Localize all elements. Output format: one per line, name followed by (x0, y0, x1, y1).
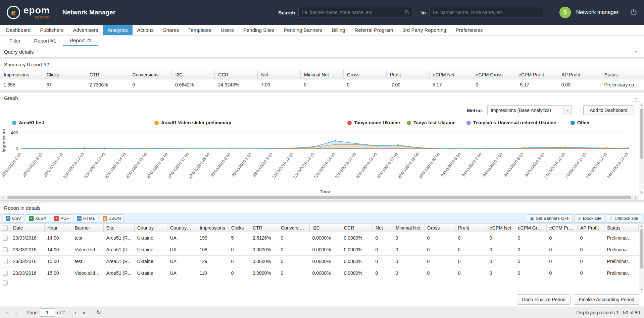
details-row[interactable]: 23/03/201614:00Video slide...Area51 (R..… (0, 244, 639, 256)
scroll-up-icon[interactable]: ▲ (640, 224, 643, 229)
export-json-button[interactable]: {}JSON (100, 214, 124, 222)
chevron-down-icon[interactable]: ▾ (563, 106, 572, 115)
row-checkbox[interactable] (3, 271, 8, 276)
details-col-ccr[interactable]: CCR (341, 224, 373, 232)
details-col-country[interactable]: Country (135, 224, 167, 232)
nav-tab-actions[interactable]: Actions (133, 25, 158, 35)
nav-tab-3rd-party-reporting[interactable]: 3rd Party Reporting (398, 25, 451, 35)
nav-tab-referral-program[interactable]: Referral Program (350, 25, 398, 35)
details-col-ecpm-gross[interactable]: eCPM Gross (515, 224, 547, 232)
row-checkbox[interactable] (3, 259, 8, 264)
details-col-date[interactable]: Date (10, 224, 45, 232)
details-row[interactable]: 23/03/201615:00Video slide...Area51 (R..… (0, 267, 639, 279)
details-col-net[interactable]: Net (373, 224, 393, 232)
scroll-down-icon[interactable]: ▼ (640, 287, 643, 292)
cell-net: 0 (373, 256, 393, 267)
details-col-ctr[interactable]: CTR (250, 224, 278, 232)
vertical-scroll-thumb[interactable] (640, 229, 643, 269)
records-info: Displaying records 1 - 50 of 80 (576, 310, 640, 315)
cell-gross: 0 (425, 244, 455, 256)
data-point (418, 147, 420, 149)
block-site-button[interactable]: ⊘Block site (575, 214, 605, 222)
page-number-input[interactable] (40, 308, 55, 317)
summary-cell-ecpm-gross: 0 (472, 79, 515, 90)
data-point (460, 148, 462, 149)
report-tab-report-2[interactable]: Report #2 (63, 36, 98, 46)
graph-collapse-button[interactable]: ▴ (632, 95, 640, 102)
scroll-right-icon[interactable]: ▸ (633, 196, 639, 199)
details-col-impressions[interactable]: Impressions (197, 224, 229, 232)
search-label: Search (278, 10, 295, 15)
main-nav: DashboardPublishersAdvertisersAnalyticsA… (0, 25, 644, 36)
nav-tab-users[interactable]: Users (216, 25, 239, 35)
details-col-gross[interactable]: Gross (425, 224, 455, 232)
details-col-ecpm-net[interactable]: eCPM Net (487, 224, 515, 232)
details-row[interactable]: 23/03/201614:00testArea51 (R...UkraineUA… (0, 232, 639, 244)
query-details-expand-button[interactable]: ▾ (632, 49, 640, 55)
next-page-icon[interactable]: › (72, 310, 79, 316)
nav-tab-analytics[interactable]: Analytics (103, 25, 132, 35)
last-page-icon[interactable]: » (81, 310, 87, 316)
report-tab-filter[interactable]: Filter (3, 36, 27, 46)
details-col-conversions[interactable]: Conversions (278, 224, 310, 232)
details-col-status[interactable]: Status (604, 224, 639, 232)
scroll-down-icon[interactable]: ▼ (640, 190, 643, 195)
legend-dot-icon (466, 121, 471, 125)
scroll-up-icon[interactable]: ▲ (640, 103, 643, 108)
nav-tab-shares[interactable]: Shares (158, 25, 184, 35)
cell-ctr: 0.0000% (250, 244, 278, 256)
add-to-dashboard-button[interactable]: Add to Dashboard (583, 105, 634, 115)
details-col-ap-profit[interactable]: AP Profit (578, 224, 604, 232)
nav-tab-preferences[interactable]: Preferences (451, 25, 488, 35)
set-banners-off-button[interactable]: ▣Set Banners OFF (527, 214, 573, 222)
cell-minimal-net: 0 (393, 267, 425, 279)
nav-tab-pending-banners[interactable]: Pending Banners (279, 25, 327, 35)
details-col-i2c[interactable]: I2C (310, 224, 341, 232)
details-col-ecpm-profit[interactable]: eCPM Profit (547, 224, 578, 232)
select-all-checkbox[interactable] (3, 226, 8, 231)
details-row[interactable]: 23/03/201615:00testArea51 (R...UkraineUA… (0, 256, 639, 267)
refresh-icon[interactable]: ↻ (96, 309, 101, 316)
first-page-icon[interactable]: « (4, 310, 11, 316)
details-col-minimal-net[interactable]: Minimal Net (393, 224, 425, 232)
epom-logo[interactable]: e epom ad server (7, 6, 50, 19)
unblock-site-button[interactable]: ✓Unblock site (606, 214, 641, 222)
nav-tab-billing[interactable]: Billing (327, 25, 350, 35)
nav-tab-dashboard[interactable]: Dashboard (1, 25, 35, 35)
search-input[interactable] (298, 7, 412, 18)
logout-power-icon[interactable] (630, 9, 637, 16)
horizontal-scroll-thumb[interactable] (7, 196, 631, 199)
scroll-left-icon[interactable]: ◂ (0, 196, 5, 199)
details-col-hour[interactable]: Hour (45, 224, 72, 232)
export-csv-button[interactable]: CCSV (3, 214, 24, 222)
details-col-banner[interactable]: Banner (72, 224, 104, 232)
previous-page-icon[interactable]: ‹ (13, 310, 19, 316)
row-checkbox[interactable] (3, 280, 8, 285)
nav-tab-advertisers[interactable]: Advertisers (68, 25, 103, 35)
row-checkbox[interactable] (3, 236, 8, 241)
details-col-site[interactable]: Site (104, 224, 135, 232)
in-search-input[interactable] (429, 7, 543, 18)
nav-tab-templates[interactable]: Templates (184, 25, 216, 35)
search-icon[interactable] (405, 10, 408, 13)
details-row-partial[interactable] (0, 279, 639, 287)
finalize-accounting-period-button[interactable]: Finalize Accounting Period (574, 294, 639, 305)
export-pdf-button[interactable]: APDF (51, 214, 72, 222)
details-col-clicks[interactable]: Clicks (229, 224, 250, 232)
details-col-countrycode[interactable]: CountryCode (167, 224, 197, 232)
nav-tab-publishers[interactable]: Publishers (35, 25, 68, 35)
cell-empty (45, 279, 72, 287)
metric-select[interactable]: Impressions (Base Analytics) ▾ (487, 105, 572, 115)
report-tab-report-1[interactable]: Report #1 (27, 36, 63, 46)
summary-cell-ap-profit: 0.00 (558, 79, 601, 90)
nav-tab-pending-sites[interactable]: Pending Sites (239, 25, 279, 35)
export-xlsx-button[interactable]: XXLSX (26, 214, 49, 222)
undo-finalize-period-button[interactable]: Undo Finalize Period (517, 294, 571, 305)
billing-coin-icon[interactable]: $ (559, 7, 571, 18)
row-checkbox[interactable] (3, 247, 8, 252)
cell-clicks: 0 (229, 256, 250, 267)
export-html-button[interactable]: <>HTML (74, 214, 98, 222)
details-col-profit[interactable]: Profit (455, 224, 487, 232)
summary-col-ctr: CTR (86, 70, 129, 79)
vertical-scroll-thumb[interactable] (640, 109, 643, 159)
